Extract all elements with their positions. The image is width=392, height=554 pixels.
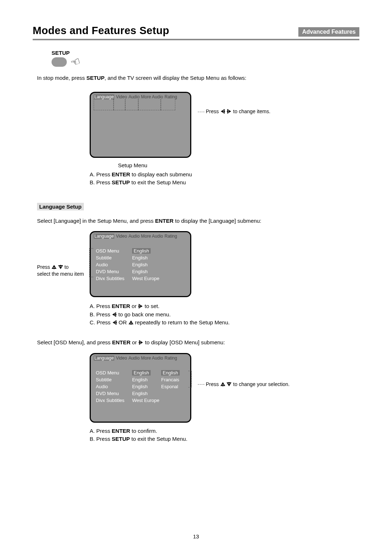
intro-text: In stop mode, press SETUP, and the TV sc… [37,74,359,82]
select-menu-item-note: Press to select the menu item [37,231,88,278]
arrow-down-icon [58,264,63,270]
language-submenu-screenshot: Language Video Audio More Audio Rating O… [90,231,191,297]
tab-audio: Audio [128,94,140,99]
arrow-up-icon [128,320,134,325]
tab-video: Video [116,94,127,99]
arrow-right-icon [138,340,143,345]
change-selection-note: Press to change your selection. [191,353,359,387]
note-press-enter: A. Press ENTER to display each submenu [90,171,359,179]
setup-label: SETUP [52,50,359,56]
arrow-up-icon [52,264,57,270]
note-enter-confirm: A. Press ENTER to confirm. [90,427,359,435]
setup-menu-tabs: Language Video Audio More Audio Rating [94,94,188,99]
setup-button-graphic [52,57,67,67]
arrow-down-icon [226,382,232,387]
language-setup-intro: Select [Language] in the Setup Menu, and… [37,217,359,225]
note-press-setup: B. Press SETUP to exit the Setup Menu [90,178,359,187]
tab-more-audio: More Audio [141,94,163,99]
section-badge: Advanced Features [298,27,359,37]
arrow-left-icon [112,312,117,317]
setup-menu-screenshot: Language Video Audio More Audio Rating [90,92,191,158]
arrow-right-icon [226,109,232,114]
note-return-setup: C. Press OR repeatedly to return to the … [90,319,359,327]
page-title: Modes and Features Setup [33,25,169,37]
note-go-back: B. Press to go back one menu. [90,311,359,319]
arrow-right-icon [138,304,143,309]
osd-menu-intro: Select [OSD Menu], and press ENTER or to… [37,338,359,346]
osd-menu-screenshot: Language Video Audio More Audio Rating O… [90,353,191,423]
arrow-up-icon [220,382,225,387]
note-setup-exit: B. Press SETUP to exit the Setup Menu. [90,435,359,443]
change-items-note: Press to change items. [191,92,359,114]
tab-rating: Rating [164,94,177,99]
setup-menu-caption: Setup Menu [118,161,359,170]
language-setup-heading: Language Setup [37,203,84,210]
tab-language: Language [94,94,114,99]
pointing-hand-icon: ☞ [69,55,82,69]
page-number: 13 [0,533,392,539]
note-press-enter-set: A. Press ENTER or to set. [90,302,359,311]
arrow-left-icon [112,320,117,325]
arrow-left-icon [220,109,225,114]
